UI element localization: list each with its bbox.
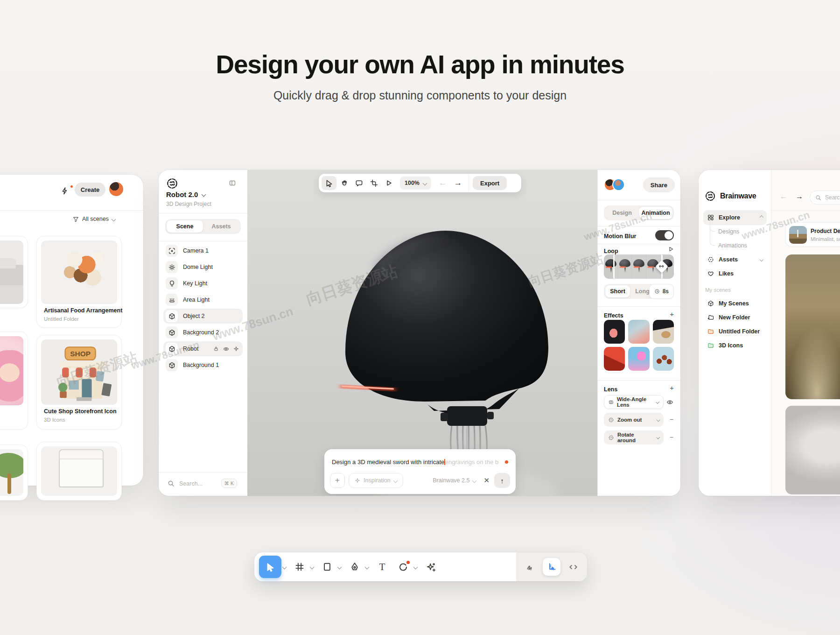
select-tool-button[interactable] [322,176,336,190]
layer-row-camera-1[interactable]: Camera 1 [163,243,243,258]
measure-mode-button[interactable] [543,558,560,576]
layer-row-key-light[interactable]: Key Light [163,276,243,291]
prompt-bar[interactable]: Design a 3D medieval sword with intricat… [324,449,516,494]
card-title: Cute Shop Storefront Icon [44,408,117,415]
tab-assets[interactable]: Assets [203,220,239,233]
sparkle-icon[interactable] [233,346,239,352]
redo-arrow-icon[interactable]: → [450,178,466,188]
chevron-down-icon[interactable] [310,564,315,569]
library-card-palm[interactable] [0,444,28,501]
add-effect-icon[interactable]: + [670,310,674,318]
scene-filter[interactable]: All scenes [73,216,115,222]
submit-prompt-button[interactable]: ↑ [494,473,510,488]
chevron-down-icon[interactable] [365,564,370,569]
motion-blur-toggle[interactable] [655,230,674,240]
eye-icon[interactable] [223,346,229,352]
library-card-shop[interactable]: SHOP Cute Shop Storefront Icon 3D [36,335,122,430]
pen-tool-button[interactable] [345,557,364,576]
product-card[interactable]: Product Desig Minimalist, so [785,222,840,247]
tab-scene[interactable]: Scene [167,220,203,233]
nav-likes[interactable]: Likes [703,266,767,281]
lens-dropdown-rotate-around[interactable]: Rotate around [604,430,664,444]
layer-search[interactable]: Search... ⌘ K [159,473,247,496]
zoom-level-dropdown[interactable]: 100% [400,176,431,190]
eye-icon[interactable] [666,399,673,406]
prompt-input[interactable]: Design a 3D medieval sword with intricat… [332,459,499,466]
avatar[interactable] [109,182,123,196]
layer-row-area-light[interactable]: Area Light [163,292,243,307]
hand-tool-button[interactable] [336,176,351,190]
frame-tool-button[interactable] [290,557,309,576]
lens-dropdown-zoom-out[interactable]: Zoom out [604,413,664,427]
play-icon[interactable] [668,246,674,252]
chevron-down-icon[interactable] [337,564,342,569]
cube-icon [166,343,178,355]
nav-animations[interactable]: Animations [718,242,747,249]
nav-untitled-folder[interactable]: Untitled Folder [703,324,767,339]
play-button[interactable] [381,176,396,190]
layer-row-robot[interactable]: Robot [163,341,243,356]
layer-row-dome-light[interactable]: Dome Light [163,260,243,275]
forward-arrow-icon[interactable]: → [796,192,803,201]
remove-lens-icon[interactable]: − [670,433,673,441]
library-card-vehicle[interactable] [0,236,28,308]
lens-dropdown-wide-angle[interactable]: Wide-Angle Lens [604,395,664,409]
back-arrow-icon[interactable]: ← [780,192,787,201]
nav-3d-icons[interactable]: 3D Icons [703,338,767,353]
chevron-down-icon[interactable] [282,564,287,569]
3d-canvas[interactable] [247,170,597,496]
effect-thumbnail-flower[interactable] [604,320,625,344]
layer-row-background-1[interactable]: Background 1 [163,358,243,373]
undo-arrow-icon[interactable]: ← [435,178,450,188]
filmstrip-selection[interactable] [613,254,663,279]
effect-thumbnail-sunset[interactable] [628,347,649,371]
layer-row-object-2[interactable]: Object 2 [163,309,243,324]
code-mode-button[interactable] [564,558,582,576]
select-tool-button[interactable] [259,556,281,578]
library-card-food[interactable]: Artisanal Food Arrangement Untitled Fold… [36,236,122,328]
tab-animation[interactable]: Animation [639,207,672,219]
avatar[interactable] [612,178,625,191]
export-button[interactable]: Export [473,176,507,190]
duration-short[interactable]: Short [605,285,630,297]
chevron-down-icon[interactable] [413,564,418,569]
draw-mode-button[interactable] [521,558,539,576]
effect-thumbnail-red-wall[interactable] [604,347,625,371]
shape-tool-button[interactable] [318,557,336,576]
lock-icon[interactable] [213,346,219,352]
effect-thumbnail-berries[interactable] [653,347,674,371]
loop-tool-button[interactable] [394,557,413,576]
effects-grid [604,320,674,371]
nav-assets[interactable]: Assets [703,252,767,267]
duration-time[interactable]: 8s [649,284,674,299]
tab-design[interactable]: Design [605,207,639,219]
close-icon[interactable]: ✕ [483,476,490,485]
remove-lens-icon[interactable]: − [670,416,673,423]
create-button[interactable]: Create [75,183,105,197]
nav-my-scenes[interactable]: My Scenes [703,296,767,311]
add-attachment-button[interactable]: + [330,473,345,488]
library-card-character[interactable]: ones [0,332,28,430]
text-tool-button[interactable]: T [373,557,392,576]
add-lens-icon[interactable]: + [670,384,674,392]
crop-tool-button[interactable] [366,176,381,190]
panel-toggle-icon[interactable] [229,179,236,187]
lightning-icon[interactable] [61,187,69,195]
brainwave-search[interactable]: Search [810,190,840,205]
layer-row-background-2[interactable]: Background 2 [163,325,243,340]
effect-thumbnail-fabric[interactable] [653,320,674,344]
palm-image [0,449,23,496]
scene-image-landscape[interactable] [785,254,840,399]
share-button[interactable]: Share [643,177,675,192]
library-card-greenhouse[interactable] [36,442,122,501]
nav-designs[interactable]: Designs [718,228,739,235]
effect-thumbnail-architecture[interactable] [628,320,649,344]
nav-new-folder[interactable]: New Folder [703,310,767,325]
inspiration-dropdown[interactable]: Inspiration [349,473,403,488]
bulb-icon [166,277,178,289]
model-dropdown[interactable]: Brainwave 2.5 [433,477,476,484]
scene-image-blurred[interactable] [785,406,840,494]
ai-sparkle-tool-button[interactable] [421,557,440,576]
comment-tool-button[interactable] [351,176,366,190]
project-name[interactable]: Robot 2.0 [166,190,205,198]
